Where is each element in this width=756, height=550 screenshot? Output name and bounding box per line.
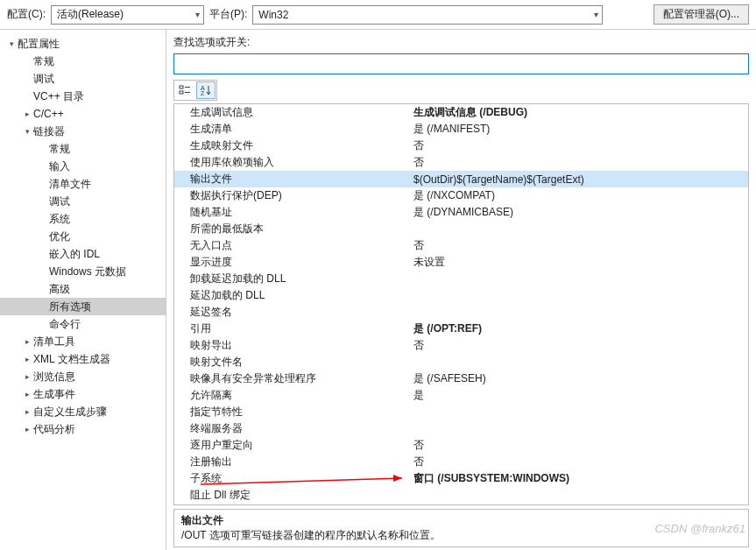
property-value[interactable]: $(OutDir)$(TargetName)$(TargetExt) bbox=[413, 173, 748, 186]
tree-item[interactable]: ▾链接器 bbox=[0, 123, 166, 140]
description-title: 输出文件 bbox=[181, 513, 741, 528]
property-value[interactable]: 是 (/SAFESEH) bbox=[413, 371, 748, 386]
categorize-button[interactable] bbox=[175, 81, 194, 99]
tree-item-label: XML 文档生成器 bbox=[33, 352, 110, 367]
tree-item[interactable]: ▸生成事件 bbox=[0, 385, 166, 403]
property-row[interactable]: 无入口点否 bbox=[174, 237, 748, 254]
tree-item[interactable]: 调试 bbox=[0, 70, 166, 88]
property-row[interactable]: 数据执行保护(DEP)是 (/NXCOMPAT) bbox=[174, 187, 748, 204]
chevron-down-icon: ▾ bbox=[594, 10, 598, 19]
property-grid[interactable]: 生成调试信息生成调试信息 (/DEBUG)生成清单是 (/MANIFEST)生成… bbox=[173, 103, 749, 505]
grid-toolbar: A Z bbox=[173, 80, 217, 101]
tree-item[interactable]: 调试 bbox=[0, 193, 166, 210]
property-row[interactable]: 允许隔离是 bbox=[174, 387, 748, 404]
tree-item[interactable]: ▸XML 文档生成器 bbox=[0, 350, 166, 368]
tree-item[interactable]: ▸浏览信息 bbox=[0, 368, 166, 385]
tree-item[interactable]: VC++ 目录 bbox=[0, 88, 166, 105]
tree-item-label: 输入 bbox=[49, 159, 70, 174]
property-value[interactable]: 否 bbox=[413, 438, 748, 453]
tree-item[interactable]: ▸代码分析 bbox=[0, 420, 166, 438]
tree-item[interactable]: 嵌入的 IDL bbox=[0, 245, 166, 263]
property-row[interactable]: 终端服务器 bbox=[174, 420, 748, 437]
property-row[interactable]: 生成映射文件否 bbox=[174, 138, 748, 154]
tree-item-label: Windows 元数据 bbox=[49, 264, 126, 279]
tree-item-label: 所有选项 bbox=[49, 300, 91, 314]
tree-arrow-icon: ▾ bbox=[5, 39, 18, 48]
tree-item[interactable]: ▸C/C++ bbox=[0, 105, 166, 123]
tree-item[interactable]: ▾配置属性 bbox=[0, 35, 166, 53]
property-row[interactable]: 阻止 Dll 绑定 bbox=[174, 487, 748, 504]
tree-item-label: 生成事件 bbox=[33, 387, 75, 402]
tree-arrow-icon: ▸ bbox=[21, 372, 33, 381]
property-row[interactable]: 显示进度未设置 bbox=[174, 254, 748, 271]
config-manager-button[interactable]: 配置管理器(O)... bbox=[654, 4, 749, 25]
property-row[interactable]: 卸载延迟加载的 DLL bbox=[174, 271, 748, 287]
property-name: 生成调试信息 bbox=[190, 105, 413, 120]
property-row[interactable]: 引用是 (/OPT:REF) bbox=[174, 321, 748, 337]
property-row[interactable]: 映像具有安全异常处理程序是 (/SAFESEH) bbox=[174, 370, 748, 387]
tree-item[interactable]: ▸自定义生成步骤 bbox=[0, 403, 166, 420]
property-row[interactable]: 生成调试信息生成调试信息 (/DEBUG) bbox=[174, 104, 748, 121]
property-row[interactable]: 指定节特性 bbox=[174, 404, 748, 420]
property-row[interactable]: 所需的最低版本 bbox=[174, 221, 748, 237]
property-name: 生成映射文件 bbox=[190, 138, 413, 153]
property-row[interactable]: 延迟加载的 DLL bbox=[174, 287, 748, 304]
property-row[interactable]: 随机基址是 (/DYNAMICBASE) bbox=[174, 204, 748, 221]
property-row[interactable]: 子系统窗口 (/SUBSYSTEM:WINDOWS) bbox=[174, 470, 748, 487]
tree-item-label: 优化 bbox=[49, 229, 70, 244]
tree-item[interactable]: 命令行 bbox=[0, 315, 166, 333]
property-row[interactable]: 输出文件$(OutDir)$(TargetName)$(TargetExt) bbox=[174, 171, 748, 187]
description-panel: 输出文件 /OUT 选项可重写链接器创建的程序的默认名称和位置。 bbox=[173, 509, 749, 547]
property-value[interactable]: 是 (/MANIFEST) bbox=[413, 122, 748, 137]
property-value[interactable]: 是 (/OPT:REF) bbox=[413, 321, 748, 336]
property-name: 随机基址 bbox=[190, 205, 413, 220]
property-value[interactable]: 否 bbox=[413, 138, 748, 153]
tree-item[interactable]: 输入 bbox=[0, 158, 166, 175]
tree-item[interactable]: ▸清单工具 bbox=[0, 333, 166, 350]
search-input[interactable] bbox=[173, 53, 749, 74]
property-row[interactable]: 生成清单是 (/MANIFEST) bbox=[174, 121, 748, 138]
tree-item-label: 调试 bbox=[33, 72, 54, 87]
property-name: 逐用户重定向 bbox=[190, 438, 413, 453]
tree-item-label: 清单文件 bbox=[49, 177, 91, 192]
tree-arrow-icon: ▾ bbox=[21, 127, 33, 136]
property-value[interactable]: 否 bbox=[413, 338, 748, 353]
property-value[interactable]: 是 bbox=[413, 388, 748, 403]
property-value[interactable]: 生成调试信息 (/DEBUG) bbox=[413, 105, 748, 120]
alpha-sort-button[interactable]: A Z bbox=[196, 81, 215, 99]
config-combo[interactable]: 活动(Release) ▾ bbox=[51, 5, 204, 25]
property-name: 使用库依赖项输入 bbox=[190, 155, 413, 170]
tree-item[interactable]: 常规 bbox=[0, 140, 166, 158]
tree-item[interactable]: 高级 bbox=[0, 280, 166, 298]
tree-item[interactable]: 所有选项 bbox=[0, 298, 166, 315]
tree-item[interactable]: 系统 bbox=[0, 210, 166, 228]
property-value[interactable]: 窗口 (/SUBSYSTEM:WINDOWS) bbox=[413, 471, 748, 486]
sidebar-tree[interactable]: ▾配置属性常规调试VC++ 目录▸C/C++▾链接器常规输入清单文件调试系统优化… bbox=[0, 30, 166, 550]
tree-item-label: 嵌入的 IDL bbox=[49, 247, 100, 262]
property-row[interactable]: 使用库依赖项输入否 bbox=[174, 154, 748, 171]
platform-value: Win32 bbox=[258, 9, 288, 21]
property-row[interactable]: 注册输出否 bbox=[174, 454, 748, 470]
property-row[interactable]: 延迟签名 bbox=[174, 304, 748, 321]
property-value[interactable]: 否 bbox=[413, 238, 748, 253]
property-name: 延迟加载的 DLL bbox=[190, 288, 413, 303]
property-row[interactable]: 映射导出否 bbox=[174, 337, 748, 354]
tree-arrow-icon: ▸ bbox=[21, 425, 33, 434]
property-row[interactable]: 逐用户重定向否 bbox=[174, 437, 748, 454]
tree-item-label: 清单工具 bbox=[33, 335, 75, 349]
property-name: 映像具有安全异常处理程序 bbox=[190, 371, 413, 386]
tree-arrow-icon: ▸ bbox=[21, 337, 33, 346]
property-value[interactable]: 否 bbox=[413, 155, 748, 170]
tree-item[interactable]: 优化 bbox=[0, 228, 166, 245]
tree-item[interactable]: 清单文件 bbox=[0, 175, 166, 193]
tree-item[interactable]: Windows 元数据 bbox=[0, 263, 166, 280]
tree-item-label: 命令行 bbox=[49, 317, 81, 332]
property-value[interactable]: 是 (/DYNAMICBASE) bbox=[413, 205, 748, 220]
property-row[interactable]: 映射文件名 bbox=[174, 354, 748, 370]
property-value[interactable]: 是 (/NXCOMPAT) bbox=[413, 188, 748, 203]
platform-combo[interactable]: Win32 ▾ bbox=[252, 5, 603, 25]
property-value[interactable]: 未设置 bbox=[413, 255, 748, 270]
svg-text:Z: Z bbox=[201, 90, 205, 96]
property-value[interactable]: 否 bbox=[413, 455, 748, 469]
tree-item[interactable]: 常规 bbox=[0, 53, 166, 70]
